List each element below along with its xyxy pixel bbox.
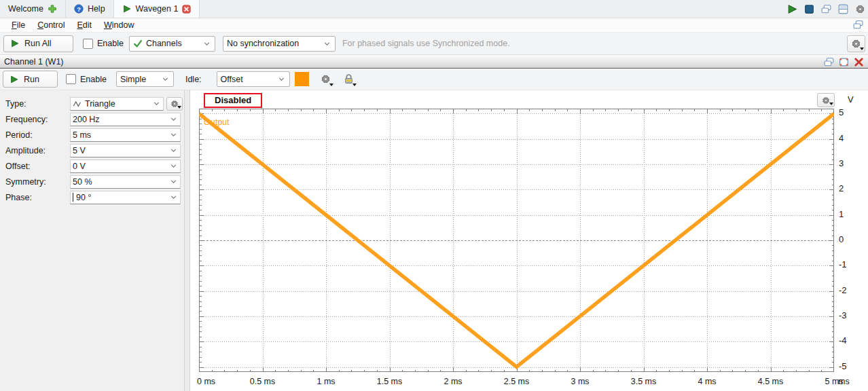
close-tab-icon[interactable]	[182, 5, 191, 14]
channel-toolbar: Run Enable Simple Idle: Offset	[0, 69, 868, 90]
type-value: Triangle	[85, 99, 115, 109]
gear-icon	[320, 73, 331, 85]
chevron-down-icon	[169, 177, 178, 186]
idle-label: Idle:	[185, 75, 202, 84]
y-axis-tick-label: 0	[839, 234, 844, 244]
gear-icon	[850, 38, 862, 50]
tab-welcome-label: Welcome	[8, 4, 43, 14]
phase-value: 90 °	[76, 193, 91, 202]
y-axis-tick-label: 2	[839, 183, 844, 193]
menu-control[interactable]: Control	[31, 19, 71, 31]
window-action-icons	[786, 0, 868, 18]
x-axis-tick-label: 1 ms	[317, 377, 335, 386]
enable-all-label: Enable	[97, 39, 124, 48]
plot-settings-button[interactable]	[817, 93, 835, 107]
play-icon	[122, 4, 132, 14]
triangle-wave-icon	[73, 99, 82, 109]
phase-label: Phase:	[5, 193, 70, 202]
run-all-button[interactable]: Run All	[3, 35, 73, 52]
gear-icon[interactable]	[854, 3, 866, 15]
run-all-icon[interactable]	[786, 3, 798, 15]
menu-file[interactable]: File	[5, 19, 31, 31]
frequency-label: Frequency:	[5, 115, 70, 124]
phase-combobox[interactable]: 90 °	[70, 191, 181, 204]
chevron-down-icon	[152, 99, 161, 108]
type-settings-button[interactable]	[166, 97, 183, 111]
x-axis-tick-label: 0 ms	[197, 377, 215, 386]
y-axis-tick-label: 1	[839, 209, 844, 219]
chevron-down-icon	[277, 75, 286, 83]
frequency-combobox[interactable]: 200 Hz	[70, 113, 181, 126]
tab-help[interactable]: Help	[66, 0, 114, 18]
main-toolbar: Run All Enable Channels No synchronizati…	[0, 33, 868, 55]
series-label-output: Output	[204, 117, 230, 127]
x-axis-tick-label: 3 ms	[571, 377, 589, 386]
symmetry-value: 50 %	[73, 177, 92, 187]
maximize-icon[interactable]	[838, 56, 850, 68]
run-button[interactable]: Run	[3, 71, 58, 88]
mode-dropdown[interactable]: Simple	[116, 71, 174, 87]
gear-icon	[170, 99, 179, 109]
plus-icon[interactable]	[48, 4, 57, 14]
x-axis-tick-label: 0.5 ms	[250, 377, 276, 386]
chevron-down-icon	[169, 130, 178, 139]
chevron-down-icon	[169, 162, 178, 170]
synchronization-value: No synchronization	[227, 39, 299, 48]
status-badge: Disabled	[204, 93, 262, 108]
cascade-windows-icon[interactable]	[820, 3, 832, 15]
panel-splitter[interactable]	[184, 90, 190, 391]
period-combobox[interactable]: 5 ms	[70, 128, 181, 142]
idle-dropdown[interactable]: Offset	[217, 71, 290, 87]
synchronization-dropdown[interactable]: No synchronization	[223, 36, 336, 52]
y-axis-tick-label: -3	[839, 310, 847, 320]
channels-dropdown[interactable]: Channels	[129, 36, 215, 52]
y-axis-tick-label: 4	[839, 133, 844, 143]
x-axis-unit: ms	[838, 377, 850, 386]
check-icon	[133, 39, 143, 48]
restore-windows-icon[interactable]	[852, 19, 864, 31]
tab-wavegen-label: Wavegen 1	[136, 4, 179, 14]
channel-settings-button[interactable]	[318, 71, 334, 88]
amplitude-label: Amplitude:	[5, 146, 70, 155]
param-row-period: Period: 5 ms	[0, 127, 184, 143]
amplitude-combobox[interactable]: 5 V	[70, 144, 181, 157]
param-row-amplitude: Amplitude: 5 V	[0, 143, 184, 158]
symmetry-combobox[interactable]: 50 %	[70, 175, 181, 189]
param-row-symmetry: Symmetry: 50 %	[0, 174, 184, 189]
param-row-phase: Phase: 90 °	[0, 189, 184, 205]
y-axis-tick-label: 5	[839, 107, 844, 117]
x-axis-tick-label: 3.5 ms	[631, 377, 657, 386]
type-dropdown[interactable]: Triangle	[70, 97, 164, 111]
channel-title: Channel 1 (W1)	[4, 57, 64, 67]
offset-label: Offset:	[5, 162, 70, 171]
channel-lock-button[interactable]	[341, 71, 357, 88]
checkbox-box[interactable]	[83, 39, 93, 49]
menu-edit[interactable]: Edit	[71, 19, 98, 31]
amplitude-value: 5 V	[73, 146, 86, 155]
channel-header: Channel 1 (W1)	[0, 55, 868, 69]
menu-bar: File Control Edit Window	[0, 18, 868, 33]
channel-content: Type: Triangle Frequency: 200 Hz Perio	[0, 90, 868, 391]
restore-icon[interactable]	[823, 56, 835, 68]
tile-windows-icon[interactable]	[837, 3, 849, 15]
x-axis-tick-label: 2 ms	[444, 377, 462, 386]
waveforms-window: Welcome Help Wavegen 1 File Control Edit…	[0, 0, 868, 391]
waveform-plot[interactable]	[199, 109, 834, 372]
tab-bar: Welcome Help Wavegen 1	[0, 0, 868, 18]
menu-window[interactable]: Window	[98, 19, 140, 31]
enable-channel-checkbox[interactable]: Enable	[66, 74, 107, 84]
sync-hint-text: For phased signals use Synchronized mode…	[342, 39, 510, 48]
chevron-down-icon	[323, 39, 331, 48]
tab-wavegen-1[interactable]: Wavegen 1	[114, 0, 200, 18]
wavegen-options-button[interactable]	[847, 35, 865, 52]
enable-all-checkbox[interactable]: Enable	[83, 39, 124, 49]
play-icon	[10, 75, 19, 84]
stop-all-icon[interactable]	[803, 3, 815, 15]
checkbox-box[interactable]	[66, 74, 76, 84]
close-channel-icon[interactable]	[853, 56, 865, 68]
tab-welcome[interactable]: Welcome	[0, 0, 66, 18]
waveform-chart-pane: Disabled V ms Output 543210-1-2-3-4-5 0 …	[190, 90, 868, 391]
run-all-label: Run All	[24, 39, 52, 48]
channel-color-swatch[interactable]	[295, 72, 309, 86]
offset-combobox[interactable]: 0 V	[70, 160, 181, 173]
